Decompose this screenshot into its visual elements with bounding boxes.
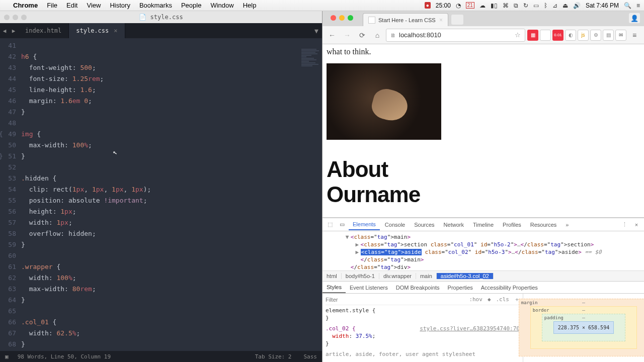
nav-forward-button[interactable]: → — [341, 29, 354, 42]
ext-eyedropper-icon[interactable]: ✎ — [540, 30, 551, 41]
macos-menubar: Chrome File Edit View History Bookmarks … — [0, 0, 644, 11]
menu-bookmarks[interactable]: Bookmarks — [139, 2, 172, 9]
menu-file[interactable]: File — [47, 2, 57, 9]
eject-icon[interactable]: ⏏ — [562, 2, 568, 9]
cls-toggle[interactable]: .cls — [496, 296, 510, 303]
styles-tab-properties[interactable]: Properties — [444, 283, 477, 293]
bookmark-star-icon[interactable]: ☆ — [515, 31, 521, 39]
site-info-icon[interactable]: 🗎 — [390, 32, 396, 38]
editor-code[interactable]: h6 { font-weight: 500; font-size: 1.25re… — [21, 38, 322, 351]
home-button[interactable]: ⌂ — [371, 29, 384, 42]
page-viewport[interactable]: what to think. AboutOurname ⬚ ▭ Elements… — [323, 44, 644, 362]
clock[interactable]: Sat 7:46 PM — [586, 2, 619, 9]
source-link[interactable]: style.css?liver…63823954740:70 — [420, 325, 520, 332]
pin-icon[interactable]: ◆ — [488, 296, 491, 303]
tab-nav-back-icon[interactable]: ◀ — [0, 23, 9, 38]
menu-view[interactable]: View — [87, 2, 101, 9]
display-icon[interactable]: ▭ — [533, 2, 539, 9]
ext-gear-icon[interactable]: ⚙ — [590, 30, 601, 41]
menu-people[interactable]: People — [181, 2, 201, 9]
devtools-tabs: ⬚ ▭ Elements Console Sources Network Tim… — [323, 218, 644, 231]
battery-icon[interactable]: ▮▯ — [491, 2, 498, 9]
breadcrumb-item[interactable]: main — [416, 273, 437, 279]
page-heading: AboutOurname — [327, 157, 640, 207]
bluetooth-icon[interactable]: ᛒ — [544, 2, 547, 9]
notifications-icon[interactable]: ≡ — [636, 2, 640, 9]
devtools-tab-elements[interactable]: Elements — [349, 219, 380, 230]
devtools-tab-sources[interactable]: Sources — [410, 220, 438, 230]
menu-edit[interactable]: Edit — [66, 2, 77, 9]
editor-tab-style[interactable]: style.css× — [69, 23, 125, 38]
timer-display: 25:00 — [436, 2, 451, 9]
devtools-tab-network[interactable]: Network — [440, 220, 468, 230]
status-console-icon[interactable]: ▣ — [5, 353, 9, 360]
styles-filter-input[interactable] — [326, 297, 469, 303]
record-indicator-icon: ● — [425, 2, 431, 9]
devtools-tab-resources[interactable]: Resources — [526, 220, 561, 230]
ext-icon-7[interactable]: ▤ — [603, 30, 614, 41]
menu-window[interactable]: Window — [210, 2, 233, 9]
status-tabsize[interactable]: Tab Size: 2 — [255, 353, 292, 360]
tab-nav-forward-icon[interactable]: ▶ — [9, 23, 18, 38]
app-name[interactable]: Chrome — [13, 2, 38, 9]
close-tab-icon[interactable]: × — [114, 27, 117, 34]
editor-body[interactable]: 4142434445464748495051525354555657585960… — [0, 38, 322, 351]
clover-icon[interactable]: ⌘ — [503, 2, 509, 9]
status-words: 98 Words, Line 50, Column 19 — [18, 353, 111, 360]
devtools-breadcrumb[interactable]: html body#h5o-1 div.wrapper main aside#h… — [323, 270, 644, 282]
styles-tab-breakpoints[interactable]: DOM Breakpoints — [392, 283, 444, 293]
spotlight-icon[interactable]: 🔍 — [624, 2, 631, 9]
devtools-close-icon[interactable]: × — [631, 222, 642, 228]
device-toggle-icon[interactable]: ▭ — [337, 221, 348, 228]
close-tab-icon[interactable]: × — [439, 17, 443, 24]
chrome-menu-button[interactable]: ≡ — [628, 29, 641, 42]
ext-mail-icon[interactable]: ✉ — [615, 30, 626, 41]
chrome-traffic-lights[interactable] — [327, 15, 353, 21]
chrome-tab[interactable]: Start Here - Learn CSS × — [363, 13, 448, 26]
devtools-overflow-icon[interactable]: » — [561, 222, 573, 228]
calendar-icon[interactable]: 21 — [466, 2, 474, 9]
breadcrumb-item[interactable]: div.wrapper — [379, 273, 416, 279]
reload-button[interactable]: ⟳ — [356, 29, 369, 42]
editor-tab-index[interactable]: index.html — [18, 23, 69, 38]
inspect-element-icon[interactable]: ⬚ — [325, 221, 336, 228]
devtools-css-rules[interactable]: :hov ◆ .cls ＋ element.style { } .col_02 … — [323, 294, 523, 362]
breadcrumb-item[interactable]: html — [323, 273, 342, 279]
wifi-icon[interactable]: ⊿ — [552, 2, 557, 9]
devtools-tab-profiles[interactable]: Profiles — [499, 220, 525, 230]
hov-toggle[interactable]: :hov — [469, 296, 482, 303]
chrome-toolbar: ← → ⟳ ⌂ 🗎 localhost:8010 ☆ ▦ ✎ 0.01 ◐ js… — [323, 26, 644, 44]
editor-traffic-lights[interactable] — [0, 15, 27, 20]
status-language[interactable]: Sass — [304, 353, 317, 360]
breadcrumb-item-selected[interactable]: aside#h5o-3.col_02 — [437, 273, 494, 279]
ext-js-icon[interactable]: js — [578, 30, 589, 41]
dropbox-icon[interactable]: ⧉ — [514, 2, 518, 9]
ext-icon-4[interactable]: ◐ — [565, 30, 576, 41]
styles-tab-listeners[interactable]: Event Listeners — [346, 283, 392, 293]
editor-minimap[interactable] — [299, 38, 322, 351]
pomodoro-icon[interactable]: ◔ — [456, 2, 461, 9]
page-paragraph: what to think. — [327, 47, 640, 56]
devtools-dom-tree[interactable]: ▼<class="tag">main> ▶<class="tag">sectio… — [323, 231, 644, 270]
devtools-tab-timeline[interactable]: Timeline — [469, 220, 498, 230]
menu-help[interactable]: Help — [243, 2, 257, 9]
chrome-profile-button[interactable]: 👤 — [629, 13, 640, 23]
devtools-box-model[interactable]: margin – border – padding – 228.375 × 65… — [523, 294, 644, 362]
ext-icon-3[interactable]: 0.01 — [552, 30, 564, 41]
devtools-tab-console[interactable]: Console — [381, 220, 409, 230]
menu-history[interactable]: History — [110, 2, 130, 9]
sync-icon[interactable]: ↻ — [523, 2, 528, 9]
editor-tab-overflow-icon[interactable]: ▼ — [311, 23, 322, 38]
volume-icon[interactable]: 🔊 — [573, 2, 581, 9]
styles-tab-styles[interactable]: Styles — [323, 282, 346, 293]
editor-window-title: 📄 style.css — [139, 14, 183, 21]
styles-tab-accessibility[interactable]: Accessibility Properties — [477, 283, 542, 293]
chrome-tabstrip: Start Here - Learn CSS × 👤 — [323, 11, 644, 26]
omnibox[interactable]: 🗎 localhost:8010 ☆ — [386, 29, 525, 42]
breadcrumb-item[interactable]: body#h5o-1 — [342, 273, 379, 279]
nav-back-button[interactable]: ← — [326, 29, 339, 42]
ext-icon-1[interactable]: ▦ — [527, 30, 538, 41]
devtools-menu-icon[interactable]: ⋮ — [619, 221, 630, 228]
new-tab-button[interactable] — [451, 15, 463, 25]
cloud-icon[interactable]: ☁ — [479, 2, 486, 9]
